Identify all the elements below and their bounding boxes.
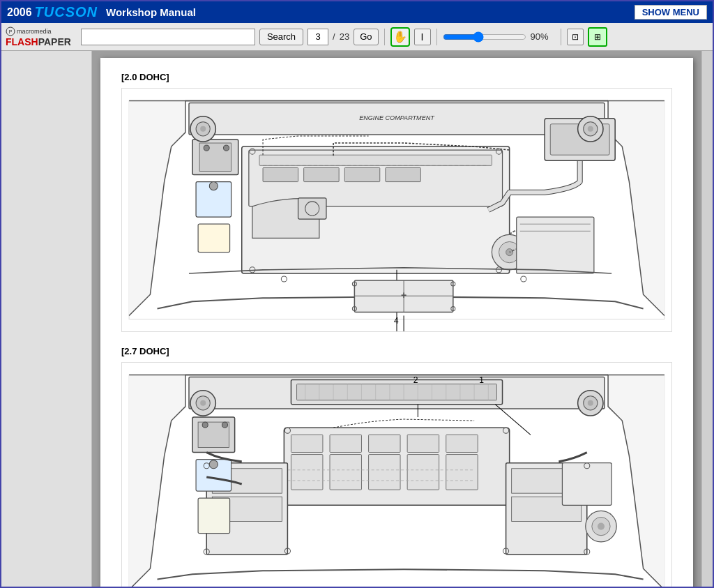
hand-tool-button[interactable]: ✋ [390, 27, 410, 47]
flashpaper-logo: P macromedia FLASH PAPER [6, 27, 71, 47]
search-input[interactable] [81, 29, 255, 45]
diagram-1-number-4: 4 [394, 316, 399, 326]
svg-rect-13 [386, 167, 421, 181]
zoom-level: 90% [531, 31, 555, 42]
separator-1 [384, 29, 385, 45]
svg-point-27 [506, 249, 513, 256]
svg-rect-60 [407, 435, 439, 452]
fullscreen-icon: ⊞ [594, 32, 601, 42]
section-1-label: [2.0 DOHC] [121, 72, 672, 82]
page-number-input[interactable] [307, 29, 328, 45]
content-area: [2.0 DOHC] [1, 51, 713, 587]
page-separator: / [333, 31, 335, 42]
toolbar: P macromedia FLASH PAPER Search / 23 Go … [1, 23, 713, 51]
svg-rect-58 [330, 435, 361, 452]
svg-rect-105 [198, 498, 229, 534]
logo-paper-text: PAPER [38, 36, 71, 47]
diagram-2-number-2: 2 [413, 375, 418, 385]
hand-icon: ✋ [393, 30, 407, 43]
svg-rect-10 [263, 167, 298, 181]
section-2-7-dohc: [2.7 DOHC] [121, 346, 672, 587]
svg-point-109 [598, 523, 605, 530]
title-brand: TUCSON [35, 4, 98, 20]
svg-point-21 [223, 145, 229, 151]
svg-point-95 [200, 400, 206, 406]
logo-macro-text: macromedia [17, 28, 52, 35]
right-scrollbar[interactable] [701, 51, 713, 587]
svg-point-23 [209, 182, 218, 190]
title-left: 2006 TUCSON Workshop Manual [7, 4, 196, 20]
svg-rect-11 [304, 167, 340, 181]
title-bar: 2006 TUCSON Workshop Manual SHOW MENU [1, 1, 713, 23]
svg-point-98 [588, 400, 593, 406]
section-2-label: [2.7 DOHC] [121, 346, 672, 356]
svg-rect-65 [407, 455, 439, 490]
page-total: 23 [340, 31, 349, 42]
show-menu-button[interactable]: SHOW MENU [635, 5, 707, 20]
svg-rect-76 [297, 384, 497, 400]
document-area[interactable]: [2.0 DOHC] [92, 51, 701, 587]
svg-rect-14 [298, 198, 326, 219]
svg-point-33 [588, 126, 593, 132]
zoom-slider[interactable] [443, 31, 526, 43]
title-year: 2006 [7, 6, 32, 19]
fit-page-button[interactable]: ⊡ [567, 29, 584, 45]
logo-flash-text: FLASH [6, 36, 38, 47]
left-sidebar [1, 51, 92, 587]
title-manual: Workshop Manual [106, 6, 196, 18]
svg-rect-59 [369, 435, 400, 452]
engine-diagram-2: 2 1 [121, 362, 672, 587]
svg-rect-8 [259, 155, 492, 165]
logo-flashpaper: FLASH PAPER [6, 36, 71, 47]
svg-rect-24 [198, 224, 229, 252]
macromedia-icon: P [6, 27, 15, 36]
cursor-tool-button[interactable]: I [414, 29, 431, 45]
svg-text:+: + [401, 289, 407, 301]
svg-rect-66 [446, 455, 478, 490]
svg-rect-64 [369, 455, 400, 490]
svg-rect-12 [344, 167, 380, 181]
diagram-2-number-1: 1 [479, 375, 484, 385]
svg-rect-57 [291, 435, 322, 452]
engine-svg-2 [122, 363, 671, 587]
engine-diagram-1: ENGINE COMPARTMENT [121, 88, 672, 332]
separator-2 [436, 29, 437, 45]
svg-rect-34 [517, 217, 594, 273]
svg-point-20 [204, 145, 209, 151]
page-container: [2.0 DOHC] [100, 58, 693, 587]
search-button[interactable]: Search [259, 29, 303, 45]
svg-text:P: P [9, 29, 13, 34]
separator-3 [561, 29, 561, 45]
go-button[interactable]: Go [354, 29, 378, 45]
cursor-icon: I [421, 31, 424, 43]
fit-page-icon: ⊡ [572, 32, 579, 42]
svg-point-30 [200, 126, 206, 132]
svg-rect-106 [562, 463, 612, 506]
svg-rect-61 [446, 435, 478, 452]
svg-point-102 [222, 422, 227, 428]
svg-rect-62 [291, 455, 322, 490]
section-2-0-dohc: [2.0 DOHC] [121, 72, 672, 332]
svg-rect-63 [330, 455, 361, 490]
main-window: 2006 TUCSON Workshop Manual SHOW MENU P … [0, 0, 714, 588]
svg-text:ENGINE COMPARTMENT: ENGINE COMPARTMENT [359, 114, 435, 121]
svg-point-101 [202, 422, 208, 428]
engine-svg-1: ENGINE COMPARTMENT [122, 89, 671, 331]
svg-point-104 [209, 460, 218, 469]
fullscreen-button[interactable]: ⊞ [588, 27, 607, 47]
